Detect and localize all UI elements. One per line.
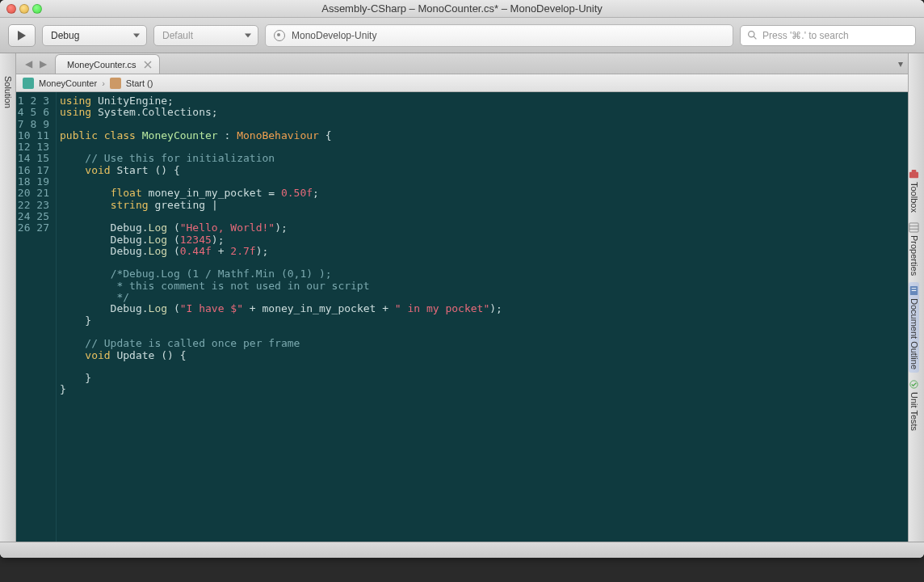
svg-rect-6: [912, 170, 917, 173]
line-gutter: 1 2 3 4 5 6 7 8 9 10 11 12 13 14 15 16 1…: [16, 92, 57, 542]
method-icon: [110, 78, 121, 89]
platform-value: Default: [162, 30, 193, 41]
toolbox-icon: [909, 169, 919, 179]
solution-pad-tab[interactable]: Solution: [3, 76, 13, 108]
close-icon: [143, 60, 153, 70]
play-icon: [17, 30, 27, 41]
editor-area: ◀ ▶ MoneyCounter.cs ▾ MoneyCounter › Sta…: [16, 53, 908, 542]
titlebar[interactable]: Assembly-CSharp – MonoCounter.cs* – Mono…: [0, 0, 924, 18]
right-pad-panel: Toolbox Properties Document Outline Unit…: [908, 53, 924, 542]
main-area: Solution ◀ ▶ MoneyCounter.cs ▾ MoneyCoun…: [0, 53, 924, 542]
app-window: Assembly-CSharp – MonoCounter.cs* – Mono…: [0, 0, 924, 558]
unit-tests-icon: [909, 379, 919, 390]
breadcrumb-class[interactable]: MoneyCounter: [39, 78, 97, 88]
unit-tests-label: Unit Tests: [909, 392, 919, 431]
nav-back-button[interactable]: ◀: [21, 57, 36, 71]
properties-label: Properties: [909, 235, 919, 276]
file-tab-active[interactable]: MoneyCounter.cs: [55, 54, 160, 74]
chevron-right-icon: ›: [102, 78, 105, 88]
search-icon: [747, 30, 758, 40]
toolbox-label: Toolbox: [909, 182, 919, 213]
target-icon: [274, 30, 285, 41]
document-outline-pad-tab[interactable]: Document Outline: [909, 282, 919, 373]
svg-rect-7: [909, 223, 918, 232]
configuration-value: Debug: [51, 30, 79, 41]
properties-pad-tab[interactable]: Properties: [909, 219, 919, 279]
properties-icon: [909, 222, 919, 233]
document-outline-label: Document Outline: [909, 298, 919, 369]
breadcrumb: MoneyCounter › Start (): [16, 74, 908, 92]
traffic-lights: [6, 4, 42, 14]
search-placeholder: Press '⌘.' to search: [762, 30, 849, 41]
svg-rect-5: [909, 172, 918, 178]
configuration-selector[interactable]: Debug: [42, 25, 147, 46]
window-title: Assembly-CSharp – MonoCounter.cs* – Mono…: [0, 2, 924, 15]
svg-point-1: [749, 32, 754, 37]
file-tab-label: MoneyCounter.cs: [67, 60, 136, 70]
code-editor[interactable]: 1 2 3 4 5 6 7 8 9 10 11 12 13 14 15 16 1…: [16, 92, 908, 542]
svg-line-2: [754, 36, 756, 39]
statusbar: [0, 542, 924, 558]
breadcrumb-method[interactable]: Start (): [126, 78, 153, 88]
run-target-indicator[interactable]: MonoDevelop-Unity: [265, 24, 733, 47]
toolbar: Debug Default MonoDevelop-Unity Press '⌘…: [0, 18, 924, 53]
close-window-button[interactable]: [6, 4, 16, 14]
nav-forward-button[interactable]: ▶: [36, 57, 50, 71]
svg-marker-0: [18, 31, 26, 40]
class-icon: [23, 78, 34, 89]
document-tabs: ◀ ▶ MoneyCounter.cs ▾: [16, 53, 908, 74]
run-target-label: MonoDevelop-Unity: [292, 30, 376, 41]
run-button[interactable]: [8, 24, 36, 47]
nav-arrows: ◀ ▶: [16, 57, 55, 71]
document-outline-icon: [909, 285, 919, 296]
unit-tests-pad-tab[interactable]: Unit Tests: [909, 376, 919, 434]
minimize-window-button[interactable]: [19, 4, 29, 14]
global-search[interactable]: Press '⌘.' to search: [740, 25, 916, 46]
toolbox-pad-tab[interactable]: Toolbox: [909, 166, 919, 216]
tab-menu-button[interactable]: ▾: [898, 58, 903, 70]
code-text[interactable]: using UnityEngine; using System.Collecti…: [57, 92, 908, 542]
zoom-window-button[interactable]: [32, 4, 42, 14]
close-tab-button[interactable]: [143, 60, 153, 70]
left-pad-panel: Solution: [0, 53, 16, 542]
platform-selector[interactable]: Default: [153, 25, 258, 46]
